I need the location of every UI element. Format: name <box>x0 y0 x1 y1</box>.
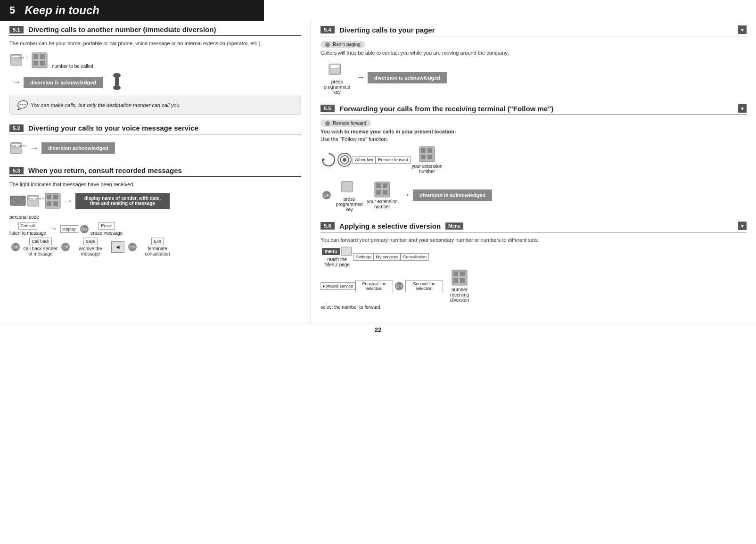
section-54-collapse[interactable]: ▼ <box>738 25 747 34</box>
section-52-title: Diverting your calls to your voice messa… <box>28 124 198 132</box>
step-phone-55b: press programmed key <box>333 178 366 212</box>
step-consultation-56: Consultation <box>401 253 429 261</box>
step-phone-54: press programmed key <box>320 60 353 95</box>
ack-box-54: diversion is acknowledged <box>368 72 447 83</box>
section-56-header: 5.6 Applying a selective diversion Menu … <box>320 222 747 232</box>
section-53-num: 5.3 <box>9 167 24 174</box>
ack-box-55: diversion is acknowledged <box>413 190 492 201</box>
prog-key-label-54: press programmed key <box>320 79 353 95</box>
section-54-desc: Callers will thus be able to contact you… <box>320 50 747 56</box>
display-box-53: display name of sender, with date, time … <box>75 193 170 209</box>
svg-rect-45 <box>460 278 465 283</box>
or-badge-4: OR <box>128 243 137 251</box>
section-51-num: 5.1 <box>9 26 24 33</box>
step-save: Save archive the message <box>72 238 109 256</box>
section-55-desc2: Use the "Follow me" function. <box>320 136 747 142</box>
phone-icon-54 <box>328 60 346 78</box>
section-51-title: Diverting calls to another number (immed… <box>28 25 216 33</box>
section-55-step1: Other fwd Remote forward your extension … <box>320 146 747 174</box>
section-54: 5.4 Diverting calls to your pager ▼ Radi… <box>320 25 747 95</box>
step-keypad-55: your extension number <box>411 146 444 174</box>
ack-box-51: diversion is acknowledged <box>24 77 103 88</box>
section-55-title: Forwarding your calls from the receiving… <box>339 105 553 113</box>
svg-rect-36 <box>376 183 381 188</box>
section-56-num: 5.6 <box>320 222 335 230</box>
svg-rect-32 <box>421 155 426 159</box>
section-53-step3: OR Call back call back sender of message… <box>9 238 301 256</box>
principal-line-label: Principal line selection <box>355 280 393 292</box>
phone-icon-55b <box>340 178 358 196</box>
step-other-fwd: Other fwd <box>353 156 376 164</box>
step-phone-1: Immediate forw <box>9 51 27 69</box>
second-line-label: Second line selection <box>405 280 443 292</box>
left-column: 5.1 Diverting calls to another number (i… <box>0 21 311 324</box>
ext-label-55a: your extension number <box>411 164 444 174</box>
or-badge-56: OR <box>395 282 403 290</box>
section-54-step1: press programmed key → diversion is ackn… <box>320 60 747 95</box>
section-55-collapse[interactable]: ▼ <box>738 104 747 113</box>
replay-label: Replay <box>60 225 78 233</box>
section-52-num: 5.2 <box>9 124 24 132</box>
other-fwd-label: Other fwd <box>353 156 376 164</box>
section-56-labels-row: select the number to forward <box>320 305 747 310</box>
step-exit: Exit terminate consultation <box>139 238 176 256</box>
num-receiving-label: number receiving diversion <box>443 287 476 303</box>
svg-rect-38 <box>376 190 381 195</box>
arrow-1: → <box>12 77 21 87</box>
callback-label-box: Call back <box>29 238 51 245</box>
step-phone-52: Imm fwd to VM <box>9 139 27 157</box>
listen-label: listen to message <box>9 231 46 236</box>
section-51-desc: The number can be your home, portable or… <box>9 41 301 46</box>
step-callback: Call back call back sender of message <box>22 238 59 256</box>
svg-rect-5 <box>40 54 45 59</box>
svg-rect-31 <box>427 148 432 153</box>
ack-box-52: diversion acknowledged <box>41 142 115 154</box>
chapter-number: 5 <box>9 4 15 16</box>
section-56-step2: Forward service Principal line selection… <box>320 269 747 303</box>
step-phone-53: new voice mess <box>26 192 44 210</box>
right-column: 5.4 Diverting calls to your pager ▼ Radi… <box>311 21 756 324</box>
radio-dot-55 <box>325 121 330 126</box>
save-label-box: Save <box>83 238 98 245</box>
keypad-icon-55 <box>419 146 436 163</box>
svg-rect-6 <box>33 61 38 66</box>
handset-icon-51 <box>110 73 123 92</box>
phone-icon-52: Imm fwd to VM <box>9 139 27 157</box>
section-53-header: 5.3 When you return, consult recorded me… <box>9 166 301 177</box>
section-56-title: Applying a selective diversion <box>339 222 441 230</box>
step-consult: Consult listen to message <box>9 222 46 236</box>
step-settings-56: Settings <box>353 253 374 261</box>
menu-icon-56: menu <box>322 248 340 255</box>
svg-rect-34 <box>341 181 353 192</box>
svg-rect-24 <box>330 65 339 69</box>
section-54-num: 5.4 <box>320 26 335 33</box>
back-button-icon[interactable]: ◄ <box>111 241 124 253</box>
consult-label: Consult <box>18 222 38 230</box>
settings-label: Settings <box>353 253 374 261</box>
section-55-desc1: You wish to receive your calls in your p… <box>320 129 747 134</box>
section-51: 5.1 Diverting calls to another number (i… <box>9 25 301 115</box>
svg-text:new voice mess: new voice mess <box>29 198 44 200</box>
or-badge-55: OR <box>322 191 331 199</box>
feature-text-54: Radio paging <box>333 42 361 47</box>
svg-rect-33 <box>427 155 432 159</box>
step-number-label: number to be called <box>52 64 93 69</box>
callback-label: call back sender of message <box>22 246 59 256</box>
svg-rect-44 <box>453 278 458 283</box>
note-text-51: You can make calls, but only the destina… <box>31 102 181 108</box>
section-54-title: Diverting calls to your pager <box>339 26 435 34</box>
section-56-collapse[interactable]: ▼ <box>738 222 747 230</box>
phone-icon-53: new voice mess <box>26 192 44 210</box>
section-54-header: 5.4 Diverting calls to your pager ▼ <box>320 25 747 36</box>
main-content: 5.1 Diverting calls to another number (i… <box>0 21 756 324</box>
arrow-52: → <box>30 143 39 153</box>
feature-label-55: Remote forward <box>320 120 371 127</box>
svg-point-28 <box>343 158 346 162</box>
step-menu-56: menu reach the 'Menu' page <box>320 247 353 267</box>
envelope-icon <box>9 192 26 209</box>
note-box-51: 💬 You can make calls, but only the desti… <box>9 96 301 115</box>
keypad-icon-1 <box>31 52 48 69</box>
prog-key-label-55: press programmed key <box>333 197 366 212</box>
svg-rect-7 <box>40 61 45 66</box>
svg-rect-30 <box>421 148 426 153</box>
